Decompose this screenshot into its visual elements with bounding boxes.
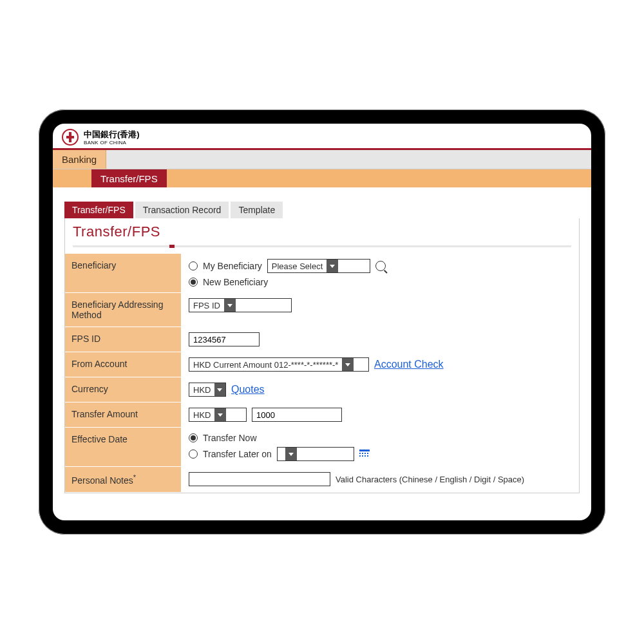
- form-panel: Transfer/FPS Beneficiary My Beneficiary …: [64, 218, 580, 493]
- chevron-down-icon: [327, 260, 338, 272]
- nav-sub-transfer-fps[interactable]: Transfer/FPS: [91, 169, 167, 187]
- select-from-account[interactable]: HKD Current Amount 012-****-*-******-*: [189, 357, 369, 372]
- label-addressing-method: Beneficiary Addressing Method: [65, 293, 181, 327]
- asterisk: *: [133, 473, 136, 481]
- label-beneficiary: Beneficiary: [65, 254, 181, 292]
- radio-my-beneficiary[interactable]: [189, 261, 198, 270]
- row-currency: Currency HKD Quotes: [65, 377, 579, 402]
- input-fps-id[interactable]: [189, 332, 260, 346]
- chevron-down-icon: [285, 448, 297, 460]
- select-transfer-date-value: [278, 448, 285, 460]
- link-quotes[interactable]: Quotes: [231, 384, 265, 395]
- radio-my-beneficiary-label: My Beneficiary: [203, 261, 262, 271]
- label-fps-id: FPS ID: [65, 327, 181, 352]
- input-personal-notes[interactable]: [189, 472, 330, 486]
- label-from-account: From Account: [65, 352, 181, 377]
- row-transfer-amount: Transfer Amount HKD: [65, 402, 579, 428]
- select-addressing-method-value: FPS ID: [189, 299, 224, 312]
- radio-transfer-now[interactable]: [189, 433, 198, 442]
- brand-english: BANK OF CHINA: [84, 140, 140, 146]
- label-effective-date: Effective Date: [65, 428, 181, 466]
- select-from-account-value: HKD Current Amount 012-****-*-******-*: [189, 358, 342, 371]
- input-transfer-amount[interactable]: [252, 408, 342, 422]
- tab-template[interactable]: Template: [231, 202, 283, 218]
- chevron-down-icon: [214, 383, 225, 396]
- tab-transaction-record[interactable]: Transaction Record: [135, 202, 229, 218]
- chevron-down-icon: [342, 358, 354, 371]
- page-title: Transfer/FPS: [73, 223, 571, 240]
- nav-top: Banking: [53, 150, 591, 169]
- label-personal-notes-text: Personal Notes: [71, 475, 133, 486]
- label-personal-notes: Personal Notes*: [65, 467, 181, 492]
- row-beneficiary: Beneficiary My Beneficiary Please Select: [65, 254, 579, 293]
- screen: 中国銀行(香港) BANK OF CHINA Banking Transfer/…: [53, 124, 591, 520]
- tab-transfer-fps[interactable]: Transfer/FPS: [64, 202, 133, 218]
- radio-transfer-later-label: Transfer Later on: [203, 449, 272, 459]
- hint-personal-notes: Valid Characters (Chinese / English / Di…: [336, 475, 524, 484]
- row-effective-date: Effective Date Transfer Now Transfer Lat…: [65, 428, 579, 467]
- select-currency[interactable]: HKD: [189, 383, 226, 397]
- row-fps-id: FPS ID: [65, 327, 579, 352]
- nav-sub: Transfer/FPS: [53, 169, 591, 187]
- select-beneficiary-value: Please Select: [268, 260, 327, 272]
- chevron-down-icon: [224, 299, 236, 312]
- brand-chinese: 中国銀行(香港): [84, 129, 140, 140]
- nav-top-banking[interactable]: Banking: [53, 150, 106, 169]
- chevron-down-icon: [214, 408, 226, 421]
- bank-logo-icon: [62, 129, 79, 146]
- select-amount-currency[interactable]: HKD: [189, 408, 247, 422]
- calendar-icon[interactable]: [359, 450, 370, 459]
- radio-transfer-later[interactable]: [189, 450, 198, 459]
- select-addressing-method[interactable]: FPS ID: [189, 298, 292, 312]
- tabs: Transfer/FPS Transaction Record Template: [64, 202, 580, 218]
- row-addressing-method: Beneficiary Addressing Method FPS ID: [65, 293, 579, 327]
- radio-new-beneficiary-label: New Beneficiary: [203, 277, 268, 287]
- search-icon[interactable]: [375, 261, 386, 271]
- select-currency-value: HKD: [189, 383, 214, 396]
- link-account-check[interactable]: Account Check: [374, 359, 444, 370]
- radio-transfer-now-label: Transfer Now: [203, 433, 257, 443]
- label-transfer-amount: Transfer Amount: [65, 402, 181, 427]
- brand-header: 中国銀行(香港) BANK OF CHINA: [53, 124, 591, 148]
- radio-new-beneficiary[interactable]: [189, 278, 198, 287]
- row-from-account: From Account HKD Current Amount 012-****…: [65, 352, 579, 377]
- tablet-frame: 中国銀行(香港) BANK OF CHINA Banking Transfer/…: [39, 109, 605, 535]
- select-amount-currency-value: HKD: [189, 408, 214, 421]
- title-underline: [73, 245, 571, 247]
- label-currency: Currency: [65, 377, 181, 402]
- select-beneficiary[interactable]: Please Select: [267, 259, 370, 273]
- row-personal-notes: Personal Notes* Valid Characters (Chines…: [65, 467, 579, 493]
- select-transfer-date[interactable]: [277, 447, 354, 461]
